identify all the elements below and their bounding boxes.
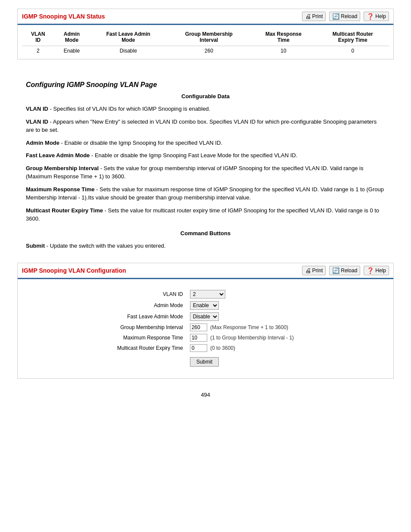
multicast-expiry-input[interactable] (190, 344, 207, 352)
field-term: VLAN ID (26, 118, 48, 125)
field-term: Admin Mode (26, 140, 59, 146)
group-membership-hint: (Max Response Time + 1 to 3600) (210, 324, 288, 330)
help-icon: ❓ (367, 13, 374, 20)
config-form-container: VLAN ID 2New Entry Admin Mode EnableDisa… (18, 279, 393, 378)
status-panel: IGMP Snooping VLAN Status 🖨 Print 🔄 Relo… (17, 9, 394, 59)
status-table-container: VLANID AdminMode Fast Leave AdminMode Gr… (18, 25, 393, 59)
admin-mode-select[interactable]: EnableDisable (190, 301, 219, 310)
help-section: Configuring IGMP Snooping VLAN Page Conf… (17, 72, 394, 263)
config-help-button[interactable]: ❓ Help (364, 266, 389, 275)
field-description: Group Membership Interval - Sets the val… (26, 164, 385, 181)
config-panel-header: IGMP Snooping VLAN Configuration 🖨 Print… (18, 263, 393, 279)
field-term: Maximum Response Time (26, 186, 94, 193)
field-description: Maximum Response Time - Sets the value f… (26, 185, 385, 202)
reload-icon: 🔄 (332, 13, 339, 20)
max-response-input[interactable] (190, 334, 207, 342)
field-description: Fast Leave Admin Mode - Enable or disabl… (26, 151, 385, 160)
command-buttons-heading: Command Buttons (26, 230, 385, 236)
field-description: Admin Mode - Enable or disable the Igmp … (26, 139, 385, 147)
admin-mode-label: Admin Mode (115, 300, 187, 311)
max-response-row: Maximum Response Time (1 to Group Member… (115, 333, 296, 343)
group-membership-label: Group Membership Interval (115, 322, 187, 333)
configurable-data-heading: Configurable Data (26, 93, 385, 100)
help-icon-2: ❓ (367, 267, 374, 274)
multicast-expiry-hint: (0 to 3600) (210, 345, 235, 351)
multicast-expiry-label: Multicast Router Expiry Time (115, 343, 187, 353)
field-description: VLAN ID - Appears when "New Entry" is se… (26, 118, 385, 134)
max-response-hint: (1 to Group Membership Interval - 1) (210, 335, 294, 341)
col-group-membership: Group MembershipInterval (167, 28, 250, 46)
fast-leave-label: Fast Leave Admin Mode (115, 311, 187, 322)
submit-button[interactable]: Submit (190, 357, 219, 367)
print-icon: 🖨 (305, 13, 311, 20)
config-panel-actions: 🖨 Print 🔄 Reload ❓ Help (302, 266, 389, 275)
field-description: Multicast Router Expiry Time - Sets the … (26, 206, 385, 223)
submit-description-block: Submit - Update the switch with the valu… (26, 242, 385, 250)
field-descriptions: VLAN ID - Specifies list of VLAN IDs for… (26, 105, 385, 223)
group-membership-row: Group Membership Interval (Max Response … (115, 322, 296, 333)
vlan-id-select[interactable]: 2New Entry (190, 290, 225, 299)
field-term: Fast Leave Admin Mode (26, 152, 90, 159)
vlan-id-row: VLAN ID 2New Entry (115, 289, 296, 300)
col-vlan-id: VLANID (22, 28, 54, 46)
field-description: VLAN ID - Specifies list of VLAN IDs for… (26, 105, 385, 113)
vlan-id-label: VLAN ID (115, 289, 187, 300)
fast-leave-select[interactable]: EnableDisable (190, 312, 219, 321)
status-table: VLANID AdminMode Fast Leave AdminMode Gr… (22, 28, 389, 56)
multicast-expiry-row: Multicast Router Expiry Time (0 to 3600) (115, 343, 296, 353)
submit-description-text: - Update the switch with the values you … (47, 243, 166, 249)
status-print-button[interactable]: 🖨 Print (302, 12, 326, 21)
fast-leave-row: Fast Leave Admin Mode EnableDisable (115, 311, 296, 322)
field-term: Multicast Router Expiry Time (26, 207, 103, 214)
status-panel-header: IGMP Snooping VLAN Status 🖨 Print 🔄 Relo… (18, 9, 393, 25)
page-number: 494 (17, 392, 394, 398)
status-reload-button[interactable]: 🔄 Reload (329, 12, 360, 21)
col-multicast-expiry: Multicast RouterExpiry Time (317, 28, 389, 46)
print-icon-2: 🖨 (305, 267, 311, 274)
admin-mode-row: Admin Mode EnableDisable (115, 300, 296, 311)
field-term: Group Membership Interval (26, 165, 99, 171)
config-panel: IGMP Snooping VLAN Configuration 🖨 Print… (17, 263, 394, 379)
submit-row: Submit (115, 353, 296, 368)
table-row: 2EnableDisable260100 (22, 46, 389, 56)
field-term: VLAN ID (26, 106, 48, 112)
group-membership-input[interactable] (190, 324, 207, 331)
page-title: Configuring IGMP Snooping VLAN Page (26, 81, 385, 89)
status-help-button[interactable]: ❓ Help (364, 12, 389, 21)
submit-term: Submit (26, 243, 45, 249)
max-response-label: Maximum Response Time (115, 333, 187, 343)
reload-icon-2: 🔄 (332, 267, 339, 274)
config-reload-button[interactable]: 🔄 Reload (329, 266, 360, 275)
col-admin-mode: AdminMode (54, 28, 90, 46)
config-print-button[interactable]: 🖨 Print (302, 266, 326, 275)
col-fast-leave: Fast Leave AdminMode (89, 28, 167, 46)
col-max-response: Max ResponseTime (250, 28, 316, 46)
status-panel-actions: 🖨 Print 🔄 Reload ❓ Help (302, 12, 389, 21)
config-form-table: VLAN ID 2New Entry Admin Mode EnableDisa… (115, 289, 296, 368)
config-panel-title: IGMP Snooping VLAN Configuration (22, 267, 126, 274)
status-panel-title: IGMP Snooping VLAN Status (22, 13, 105, 20)
